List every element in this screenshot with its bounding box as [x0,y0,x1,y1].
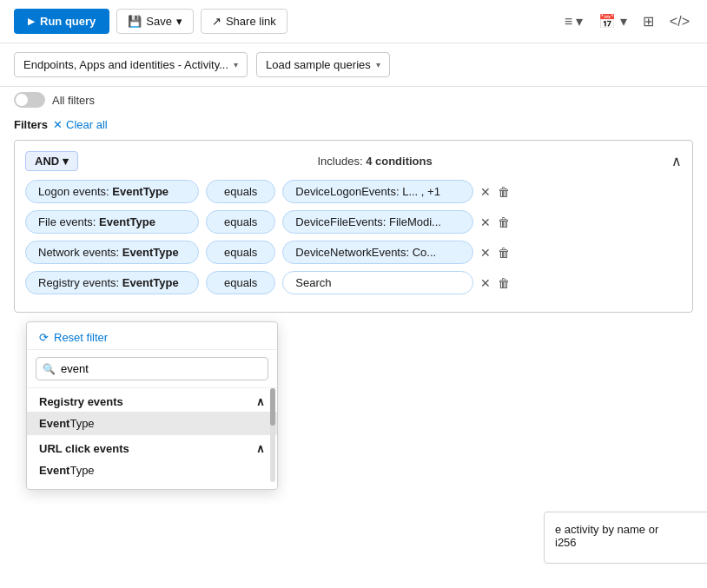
suggestion-1-text: e activity by name ori256 [555,523,658,549]
registry-field[interactable]: Registry events: EventType [25,271,199,294]
registry-search-value[interactable]: Search [282,271,473,294]
run-query-button[interactable]: ▶ Run query [14,9,109,34]
share-icon: ↗ [212,15,221,28]
list-icon-button[interactable]: ≡ ▾ [561,10,587,33]
condition-row: Network events: EventType equals DeviceN… [25,241,682,264]
endpoint-dropdown-label: Endpoints, Apps and identities - Activit… [23,58,228,71]
share-label: Share link [226,15,276,28]
popup-scroll-area[interactable]: Registry events ∧ EventType URL click ev… [27,388,277,482]
logon-value[interactable]: DeviceLogonEvents: L... , +1 [282,180,473,203]
file-delete-button[interactable]: 🗑 [498,215,510,229]
file-equals[interactable]: equals [206,210,275,234]
popup-search-icon: 🔍 [43,363,56,375]
toolbar-icons: ≡ ▾ 📅 ▾ ⊞ </> [561,10,693,33]
condition-row: File events: EventType equals DeviceFile… [25,210,682,234]
registry-equals[interactable]: equals [206,271,275,294]
and-label: AND [35,155,59,168]
reset-filter-label: Reset filter [54,331,108,344]
clear-all-button[interactable]: ✕ Clear all [53,118,108,131]
calendar-icon-button[interactable]: 📅 ▾ [595,10,630,33]
run-query-label: Run query [40,15,96,28]
table-icon-button[interactable]: ⊞ [639,10,657,33]
toggle-thumb [16,94,28,106]
filter-dropdown-popup: ⟳ Reset filter 🔍 Registry events ∧ Event… [26,321,278,490]
network-field[interactable]: Network events: EventType [25,241,199,264]
condition-row: Registry events: EventType equals Search… [25,271,682,294]
logon-delete-button[interactable]: 🗑 [498,185,510,199]
all-filters-toggle[interactable] [14,92,45,108]
share-link-button[interactable]: ↗ Share link [201,9,287,34]
sample-chevron-icon: ▾ [376,60,380,69]
network-clear-button[interactable]: ✕ [480,246,491,260]
and-chevron-icon: ▾ [63,155,69,168]
clear-all-label: Clear all [66,118,108,131]
registry-eventtype-item[interactable]: EventType [27,412,277,435]
and-badge[interactable]: AND ▾ [25,151,78,171]
reset-filter-button[interactable]: ⟳ Reset filter [27,322,277,350]
collapse-button[interactable]: ∧ [671,153,682,169]
toolbar: ▶ Run query 💾 Save ▾ ↗ Share link ≡ ▾ 📅 … [0,0,707,43]
save-button[interactable]: 💾 Save ▾ [116,9,194,34]
network-delete-button[interactable]: 🗑 [498,246,510,260]
endpoint-chevron-icon: ▾ [234,60,238,69]
includes-label: Includes: 4 conditions [317,155,432,168]
network-value[interactable]: DeviceNetworkEvents: Co... [282,241,473,264]
code-icon-button[interactable]: </> [666,10,693,33]
filter-bar: Endpoints, Apps and identities - Activit… [0,43,707,87]
sample-queries-dropdown[interactable]: Load sample queries ▾ [256,52,390,77]
registry-section-label: Registry events [39,395,123,408]
url-section-label: URL click events [39,442,129,455]
all-filters-label: All filters [52,94,95,107]
reset-filter-icon: ⟳ [39,331,49,344]
popup-search-input[interactable] [36,357,268,380]
save-icon: 💾 [128,15,142,28]
conditions-header: AND ▾ Includes: 4 conditions ∧ [25,151,682,171]
registry-section-collapse-icon: ∧ [256,395,265,408]
play-icon: ▶ [28,17,35,26]
sample-queries-label: Load sample queries [266,58,371,71]
clear-all-x-icon: ✕ [53,118,63,131]
condition-row: Logon events: EventType equals DeviceLog… [25,180,682,203]
suggestion-card-1[interactable]: e activity by name ori256 [544,512,707,564]
logon-clear-button[interactable]: ✕ [480,185,491,199]
conditions-box: AND ▾ Includes: 4 conditions ∧ Logon eve… [14,140,693,313]
url-eventtype-item[interactable]: EventType [27,459,277,482]
registry-delete-button[interactable]: 🗑 [498,276,510,290]
url-section-collapse-icon: ∧ [256,442,265,455]
logon-field[interactable]: Logon events: EventType [25,180,199,203]
file-field[interactable]: File events: EventType [25,210,199,234]
suggestions-row: e activity by name ori256 Hunt for all a… [530,505,707,571]
registry-clear-button[interactable]: ✕ [480,276,491,290]
filters-label: Filters [14,118,48,131]
save-chevron-icon: ▾ [176,15,182,28]
all-filters-row: All filters [0,87,707,113]
url-click-events-section-header: URL click events ∧ [27,435,277,459]
endpoint-dropdown[interactable]: Endpoints, Apps and identities - Activit… [14,52,248,77]
registry-events-section-header: Registry events ∧ [27,388,277,412]
file-clear-button[interactable]: ✕ [480,215,491,229]
file-value[interactable]: DeviceFileEvents: FileModi... [282,210,473,234]
filters-row: Filters ✕ Clear all [0,113,707,135]
popup-search-row: 🔍 [27,350,277,388]
network-equals[interactable]: equals [206,241,275,264]
logon-equals[interactable]: equals [206,180,275,203]
save-label: Save [146,15,172,28]
